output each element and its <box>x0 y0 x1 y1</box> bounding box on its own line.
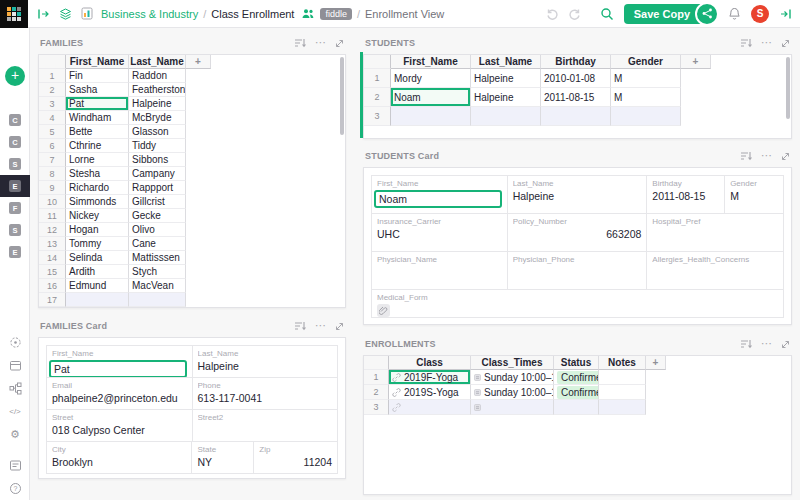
cell[interactable]: Glasson <box>129 125 186 139</box>
document-tour-icon[interactable] <box>8 458 22 472</box>
cell[interactable]: Sunday 10:00–11:00 <box>471 385 554 400</box>
cell[interactable]: Raddon <box>129 69 186 83</box>
cell[interactable]: Mordy <box>391 69 471 88</box>
row-number[interactable]: 8 <box>39 167 66 181</box>
cell[interactable]: Stych <box>129 265 186 279</box>
expand-section-icon[interactable] <box>335 34 344 52</box>
corner-cell[interactable] <box>364 356 389 370</box>
card-field-street2[interactable]: Street2 <box>193 410 339 442</box>
card-field-city[interactable]: City Brooklyn <box>47 442 192 474</box>
cell[interactable]: Lorne <box>66 153 129 167</box>
cell[interactable]: Edmund <box>66 279 129 293</box>
card-field-hospital-pref[interactable]: Hospital_Pref <box>647 214 784 252</box>
cell[interactable]: M <box>611 88 681 107</box>
selected-cell[interactable]: Noam <box>391 88 471 107</box>
row-number[interactable]: 6 <box>39 139 66 153</box>
sort-filter-icon[interactable] <box>294 317 306 335</box>
card-field-gender[interactable]: Gender M <box>725 176 784 214</box>
row-number[interactable]: 17 <box>39 293 66 307</box>
save-copy-button[interactable]: Save Copy <box>624 4 706 24</box>
card-field-state[interactable]: State NY <box>192 442 254 474</box>
new-cell[interactable] <box>554 400 599 415</box>
cell[interactable]: Windham <box>66 111 129 125</box>
new-cell[interactable] <box>129 293 186 307</box>
new-cell[interactable] <box>599 400 646 415</box>
row-number[interactable]: 2 <box>39 83 66 97</box>
add-column-button[interactable]: + <box>646 356 666 370</box>
row-number[interactable]: 15 <box>39 265 66 279</box>
sort-filter-icon[interactable] <box>740 147 752 165</box>
row-number[interactable]: 7 <box>39 153 66 167</box>
add-column-button[interactable]: + <box>186 55 211 69</box>
cell[interactable]: Confirmed <box>554 370 599 385</box>
cell[interactable]: 2011-08-15 <box>541 88 611 107</box>
col-header-class[interactable]: Class <box>389 356 471 370</box>
widget-menu-dots-icon[interactable]: ⋯ <box>761 151 772 160</box>
sidebar-page-5[interactable]: F <box>0 197 30 219</box>
new-cell[interactable] <box>471 400 554 415</box>
col-header-first-name[interactable]: First_Name <box>66 55 129 69</box>
dotted-circle-icon[interactable] <box>8 335 22 349</box>
share-icon[interactable] <box>695 2 719 26</box>
cell[interactable]: Hogan <box>66 223 129 237</box>
expand-section-icon[interactable] <box>781 147 790 165</box>
cell[interactable]: Featherstone <box>129 83 186 97</box>
sort-filter-icon[interactable] <box>294 34 306 52</box>
card-field-phone[interactable]: Phone 613-117-0041 <box>193 378 339 410</box>
col-header-birthday[interactable]: Birthday <box>541 55 611 69</box>
cell[interactable]: Olivo <box>129 223 186 237</box>
cell[interactable]: Ardith <box>66 265 129 279</box>
new-cell[interactable] <box>611 107 681 126</box>
card-field-medical-form[interactable]: Medical_Form <box>372 290 784 318</box>
cell[interactable]: 2019S-Yoga <box>389 385 471 400</box>
widget-menu-dots-icon[interactable]: ⋯ <box>761 339 772 348</box>
cell[interactable] <box>599 385 646 400</box>
row-number[interactable]: 1 <box>364 370 389 385</box>
cell[interactable]: Gillcrist <box>129 195 186 209</box>
notifications-bell-icon[interactable] <box>728 7 741 21</box>
row-number[interactable]: 5 <box>39 125 66 139</box>
sidebar-page-2[interactable]: C <box>0 131 30 153</box>
expand-section-icon[interactable] <box>335 317 344 335</box>
cell[interactable]: Bette <box>66 125 129 139</box>
cell[interactable]: Richardo <box>66 181 129 195</box>
undo-icon[interactable] <box>545 7 559 20</box>
card-field-physician-phone[interactable]: Physician_Phone <box>508 252 648 290</box>
cell[interactable]: Confirmed <box>554 385 599 400</box>
vertical-scrollbar[interactable] <box>786 57 790 119</box>
sidebar-page-4-active[interactable]: E <box>0 175 30 197</box>
card-field-first-name[interactable]: First_Name Noam <box>372 176 508 214</box>
new-cell[interactable] <box>471 107 541 126</box>
col-header-class-times[interactable]: Class_Times <box>471 356 554 370</box>
selected-cell[interactable]: 2019F-Yoga <box>389 370 471 385</box>
card-field-allergies[interactable]: Allergies_Health_Concerns <box>647 252 784 290</box>
col-header-last-name[interactable]: Last_Name <box>471 55 541 69</box>
card-field-first-name[interactable]: First_Name Pat <box>47 346 193 378</box>
cell[interactable]: Nickey <box>66 209 129 223</box>
sort-filter-icon[interactable] <box>740 34 752 52</box>
col-header-status[interactable]: Status <box>554 356 599 370</box>
redo-icon[interactable] <box>568 7 582 20</box>
row-number[interactable]: 16 <box>39 279 66 293</box>
row-number[interactable]: 4 <box>39 111 66 125</box>
expand-section-icon[interactable] <box>781 335 790 353</box>
row-number[interactable]: 3 <box>39 97 66 111</box>
row-number[interactable]: 11 <box>39 209 66 223</box>
selected-cell[interactable]: Pat <box>66 97 129 111</box>
row-number[interactable]: 2 <box>364 88 391 107</box>
card-field-last-name[interactable]: Last_Name Halpeine <box>193 346 339 378</box>
new-cell[interactable] <box>541 107 611 126</box>
col-header-first-name[interactable]: First_Name <box>391 55 471 69</box>
breadcrumb-page-name[interactable]: Enrollment View <box>365 8 444 20</box>
cell[interactable]: Halpeine <box>471 88 541 107</box>
cell[interactable]: Tommy <box>66 237 129 251</box>
card-field-physician-name[interactable]: Physician_Name <box>372 252 508 290</box>
open-left-panel-icon[interactable] <box>37 8 50 20</box>
card-field-insurance-carrier[interactable]: Insurance_Carrier UHC <box>372 214 508 252</box>
corner-cell[interactable] <box>364 55 391 69</box>
cell[interactable]: Sasha <box>66 83 129 97</box>
cell[interactable]: Campany <box>129 167 186 181</box>
row-number[interactable]: 14 <box>39 251 66 265</box>
cell[interactable]: M <box>611 69 681 88</box>
expand-section-icon[interactable] <box>781 34 790 52</box>
